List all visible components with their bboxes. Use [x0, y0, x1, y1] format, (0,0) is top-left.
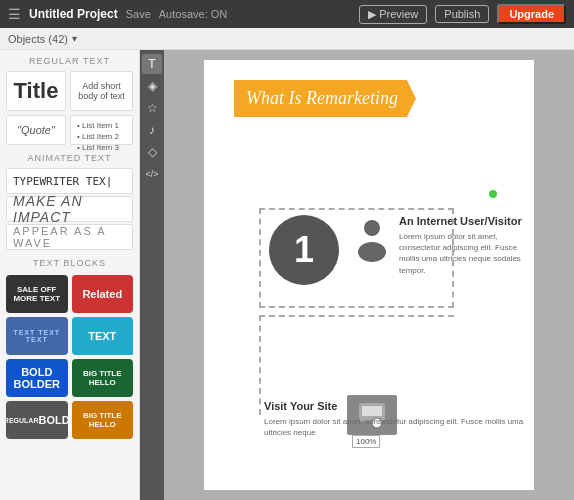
menu-icon[interactable]: ☰ [8, 6, 21, 22]
block-big-title-2[interactable]: BIG TITLEHELLO [72, 401, 134, 439]
person-icon [354, 218, 390, 271]
tool-text[interactable]: T [142, 54, 162, 74]
title-item[interactable]: Title [6, 71, 66, 111]
visit-site-title: Visit Your Site [264, 400, 534, 412]
left-panel: REGULAR TEXT Title Add short body of tex… [0, 50, 140, 500]
green-dot [489, 190, 497, 198]
svg-point-1 [358, 242, 386, 262]
canvas[interactable]: What Is Remarketing 1 An Internet User/V… [204, 60, 534, 490]
topbar: ☰ Untitled Project Save Autosave: ON ▶ P… [0, 0, 574, 28]
objects-dropdown-icon[interactable]: ▾ [72, 33, 77, 44]
quote-item[interactable]: "Quote" [6, 115, 66, 145]
body-item[interactable]: Add short body of text [70, 71, 133, 111]
visit-site-body: Lorem ipsum dolor sit amet, consectetur … [264, 416, 534, 438]
impact-item[interactable]: MAKE AN IMPACT [6, 196, 133, 222]
block-more-text[interactable]: SALE OFFMORE TEXT [6, 275, 68, 313]
section-text-blocks: TEXT BLOCKS [0, 252, 139, 271]
section-regular-text: REGULAR TEXT [0, 50, 139, 69]
objects-bar: Objects (42) ▾ [0, 28, 574, 50]
h-line [259, 315, 454, 317]
tool-widget[interactable]: ◇ [142, 142, 162, 162]
list-item[interactable]: • List Item 1• List Item 2• List Item 3 [70, 115, 133, 145]
svg-point-0 [364, 220, 380, 236]
tool-code[interactable]: </> [142, 164, 162, 184]
autosave-status: Autosave: ON [159, 8, 227, 20]
block-related[interactable]: Related [72, 275, 134, 313]
text-blocks-grid: SALE OFFMORE TEXT Related TEXT TEXT TEXT… [0, 271, 139, 443]
upgrade-button[interactable]: Upgrade [497, 4, 566, 24]
v-line [259, 315, 261, 415]
tool-star[interactable]: ☆ [142, 98, 162, 118]
canvas-area: What Is Remarketing 1 An Internet User/V… [164, 50, 574, 500]
tool-media[interactable]: ♪ [142, 120, 162, 140]
block-regular-bold[interactable]: REGULARBOLD [6, 401, 68, 439]
preview-label: Preview [379, 8, 418, 20]
wave-item[interactable]: APPEAR AS A WAVE [6, 224, 133, 250]
preview-icon: ▶ [368, 8, 376, 21]
title-body-row: Title Add short body of text [0, 69, 139, 113]
main-layout: REGULAR TEXT Title Add short body of tex… [0, 50, 574, 500]
number-circle: 1 [269, 215, 339, 285]
block-bolder[interactable]: BOLDBOLDER [6, 359, 68, 397]
visit-site-block: Visit Your Site Lorem ipsum dolor sit am… [264, 400, 534, 438]
tool-shape[interactable]: ◈ [142, 76, 162, 96]
canvas-banner: What Is Remarketing [234, 80, 416, 117]
save-button[interactable]: Save [126, 8, 151, 20]
publish-button[interactable]: Publish [435, 5, 489, 23]
block-text-repeat[interactable]: TEXT TEXT TEXT [6, 317, 68, 355]
project-name[interactable]: Untitled Project [29, 7, 118, 21]
typewriter-item[interactable]: TYPEWRITER TEX| [6, 168, 133, 194]
block-text-speech[interactable]: TEXT [72, 317, 134, 355]
quote-list-row: "Quote" • List Item 1• List Item 2• List… [0, 113, 139, 147]
preview-button[interactable]: ▶ Preview [359, 5, 427, 24]
objects-count: Objects (42) [8, 33, 68, 45]
block-big-title[interactable]: BIG TITLEHELLO [72, 359, 134, 397]
icon-toolbar: T ◈ ☆ ♪ ◇ </> [140, 50, 164, 500]
